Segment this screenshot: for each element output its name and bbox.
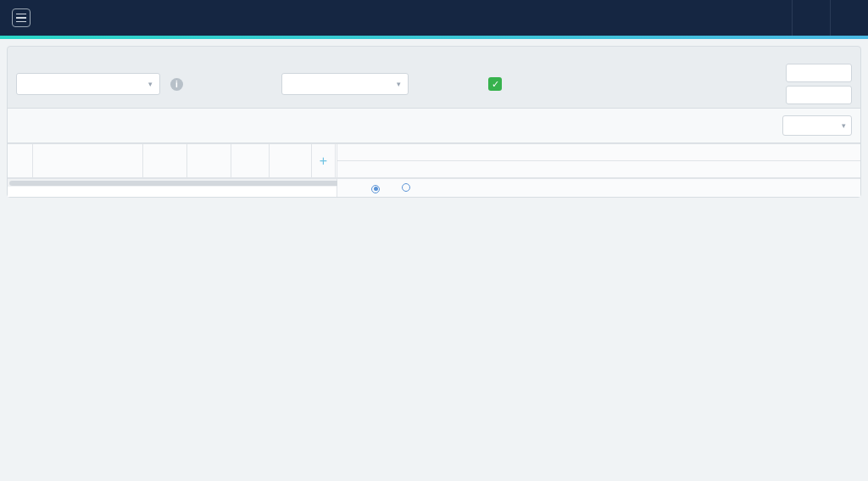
- gantt-footer: [337, 178, 860, 197]
- welcome-text: [792, 0, 831, 36]
- col-id[interactable]: [8, 144, 33, 177]
- tab-bar: [8, 47, 860, 59]
- hours-radio[interactable]: [371, 182, 383, 193]
- chevron-down-icon: ▾: [397, 80, 401, 88]
- page-panel: ▾ i ▾ ✓: [7, 46, 861, 198]
- add-column-icon[interactable]: +: [312, 144, 336, 177]
- start-date-value[interactable]: [786, 64, 852, 82]
- export-select[interactable]: ▾: [782, 115, 852, 136]
- gantt-chart: [337, 144, 860, 197]
- mandays-radio[interactable]: [402, 183, 414, 193]
- menu-icon[interactable]: [12, 8, 31, 27]
- col-after[interactable]: [270, 144, 312, 177]
- toolbar: ▾: [8, 108, 860, 143]
- projected-checkbox[interactable]: ✓: [488, 77, 502, 91]
- gantt-grid: +: [8, 143, 860, 197]
- col-start[interactable]: [143, 144, 187, 177]
- col-finish[interactable]: [187, 144, 231, 177]
- job-select[interactable]: ▾: [16, 73, 160, 95]
- table-header: +: [8, 144, 337, 178]
- col-duration[interactable]: [231, 144, 270, 177]
- accent-bar: [0, 36, 868, 39]
- controls-row: ▾ i ▾ ✓: [8, 59, 860, 108]
- chevron-down-icon: ▾: [148, 80, 153, 88]
- date-block: [781, 64, 852, 104]
- top-nav: [0, 0, 868, 36]
- timeline-header: [337, 144, 860, 178]
- info-icon[interactable]: i: [170, 78, 183, 91]
- horizontal-scrollbar[interactable]: [8, 178, 337, 187]
- task-table: +: [8, 144, 337, 197]
- chevron-down-icon: ▾: [842, 121, 846, 130]
- col-description[interactable]: [33, 144, 143, 177]
- finish-date-value[interactable]: [786, 86, 852, 104]
- calendar-select[interactable]: ▾: [281, 73, 409, 95]
